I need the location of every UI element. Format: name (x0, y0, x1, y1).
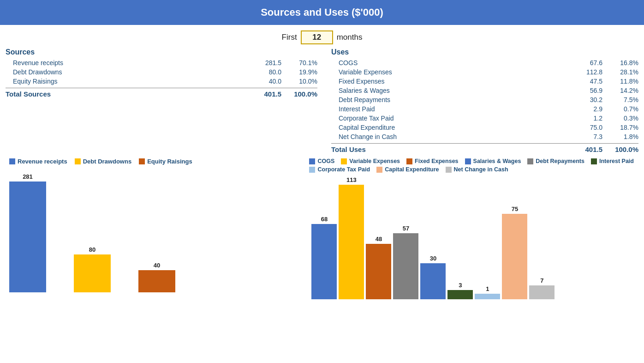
legend-label-fixed: Fixed Expenses (415, 158, 459, 164)
bar-label-equity: 40 (154, 262, 160, 269)
bar-label-fixed: 48 (376, 236, 382, 242)
item-pct: 18.7% (606, 124, 638, 131)
uses-items: COGS 67.6 16.8% Variable Expenses 112.8 … (331, 58, 638, 141)
left-chart-legend: Revenue receipts Debt Drawdowns Equity R… (5, 158, 309, 165)
item-value: 40.0 (248, 78, 285, 85)
legend-color-fixed (406, 158, 412, 164)
bar-group-debt: 80 (74, 246, 111, 292)
bar-label-salaries: 57 (403, 225, 409, 232)
bar-debt (74, 254, 111, 292)
legend-color-revenue (9, 158, 15, 164)
page-wrapper: Sources and Uses ($'000) First months So… (0, 0, 644, 299)
bar-label-interest: 3 (459, 282, 462, 289)
legend-item-tax: Corporate Tax Paid (309, 166, 370, 173)
item-pct: 1.8% (606, 133, 638, 140)
item-value: 7.3 (569, 133, 606, 140)
legend-color-cogs (309, 158, 315, 164)
legend-color-tax (309, 167, 315, 173)
uses-total: Total Uses 401.5 100.0% (331, 143, 638, 153)
legend-item-revenue: Revenue receipts (9, 158, 67, 165)
item-value: 1.2 (569, 115, 606, 122)
item-pct: 7.5% (606, 96, 638, 103)
sources-items: Revenue receipts 281.5 70.1% Debt Drawdo… (6, 58, 317, 86)
right-chart-bars: 68 113 48 57 30 (309, 175, 639, 299)
item-value: 80.0 (248, 68, 285, 76)
item-pct: 10.0% (285, 78, 317, 85)
item-pct: 28.1% (606, 68, 638, 76)
item-label: Capital Expenditure (331, 124, 569, 131)
list-item: Fixed Expenses 47.5 11.8% (331, 77, 638, 86)
sources-title: Sources (6, 48, 317, 56)
list-item: Debt Repayments 30.2 7.5% (331, 95, 638, 104)
item-label: Debt Repayments (331, 96, 569, 103)
item-value: 47.5 (569, 78, 606, 85)
list-item: Interest Paid 2.9 0.7% (331, 104, 638, 114)
bar-group-salaries: 57 (393, 225, 418, 299)
bar-group-variable: 113 (339, 176, 364, 299)
bar-label-variable: 113 (346, 176, 357, 183)
bar-label-tax: 1 (486, 285, 489, 292)
item-pct: 11.8% (606, 78, 638, 85)
charts-section: Revenue receipts Debt Drawdowns Equity R… (0, 153, 644, 299)
bar-cogs (311, 224, 337, 299)
total-label: Total Sources (6, 90, 248, 98)
total-value: 401.5 (569, 145, 606, 153)
bar-capex (502, 214, 527, 299)
list-item: Capital Expenditure 75.0 18.7% (331, 123, 638, 132)
legend-color-net-change (446, 167, 452, 173)
legend-label-equity: Equity Raisings (147, 158, 192, 165)
uses-section: Uses COGS 67.6 16.8% Variable Expenses 1… (322, 48, 638, 153)
legend-item-fixed: Fixed Expenses (406, 158, 459, 164)
legend-item-net-change: Net Change in Cash (446, 166, 508, 173)
item-label: Fixed Expenses (331, 78, 569, 85)
legend-color-equity (139, 158, 145, 164)
months-pre-label: First (282, 33, 297, 42)
item-label: Equity Raisings (6, 78, 248, 85)
item-value: 281.5 (248, 59, 285, 67)
list-item: Equity Raisings 40.0 10.0% (6, 77, 317, 86)
item-label: Variable Expenses (331, 68, 569, 76)
list-item: Net Change in Cash 7.3 1.8% (331, 132, 638, 141)
item-label: Interest Paid (331, 105, 569, 113)
item-value: 67.6 (569, 59, 606, 67)
months-row: First months (0, 25, 644, 48)
page-title: Sources and Uses ($'000) (0, 0, 644, 25)
bar-equity (138, 270, 175, 292)
bar-group-tax: 1 (475, 285, 500, 299)
bar-salaries (393, 233, 418, 299)
bar-revenue (9, 182, 46, 292)
legend-item-equity: Equity Raisings (139, 158, 192, 165)
right-chart-legend: COGS Variable Expenses Fixed Expenses Sa… (309, 158, 639, 173)
item-value: 2.9 (569, 105, 606, 113)
legend-item-variable: Variable Expenses (341, 158, 400, 164)
total-pct: 100.0% (285, 90, 317, 98)
list-item: Salaries & Wages 56.9 14.2% (331, 86, 638, 95)
item-label: Debt Drawdowns (6, 68, 248, 76)
list-item: Revenue receipts 281.5 70.1% (6, 58, 317, 67)
bar-net-change (529, 285, 555, 299)
list-item: Corporate Tax Paid 1.2 0.3% (331, 114, 638, 123)
item-pct: 16.8% (606, 59, 638, 67)
sources-total: Total Sources 401.5 100.0% (6, 88, 317, 98)
legend-item-debt-rep: Debt Repayments (527, 158, 584, 164)
legend-label-variable: Variable Expenses (349, 158, 400, 164)
legend-label-debt-rep: Debt Repayments (536, 158, 584, 164)
total-label: Total Uses (331, 145, 569, 153)
left-chart-bars: 281 80 40 (5, 168, 309, 292)
item-label: Revenue receipts (6, 59, 248, 67)
legend-label-net-change: Net Change in Cash (454, 166, 508, 173)
list-item: Debt Drawdowns 80.0 19.9% (6, 67, 317, 77)
item-value: 75.0 (569, 124, 606, 131)
legend-color-salaries (465, 158, 471, 164)
bar-group-interest: 3 (447, 282, 473, 299)
legend-label-interest: Interest Paid (599, 158, 634, 164)
legend-color-variable (341, 158, 347, 164)
legend-label-debt: Debt Drawdowns (83, 158, 131, 165)
item-pct: 0.7% (606, 105, 638, 113)
legend-label-salaries: Salaries & Wages (473, 158, 521, 164)
legend-color-debt-rep (527, 158, 533, 164)
uses-title: Uses (331, 48, 638, 56)
item-pct: 0.3% (606, 115, 638, 122)
item-pct: 19.9% (285, 68, 317, 76)
months-input[interactable] (301, 30, 333, 44)
